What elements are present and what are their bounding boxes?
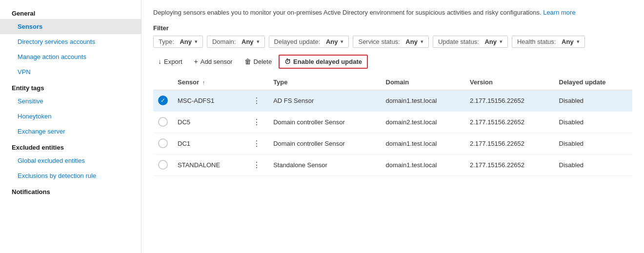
filter-label-domain: Domain: <box>212 38 236 45</box>
table-body: ✓MSC-ADFS1⋮AD FS Sensordomain1.test.loca… <box>153 90 632 175</box>
main-content: Deploying sensors enables you to monitor… <box>141 0 644 253</box>
cell-actions-1: ⋮ <box>245 111 268 133</box>
export-icon: ↓ <box>158 58 161 65</box>
sidebar-item-vpn[interactable]: VPN <box>0 64 141 79</box>
cell-sensor-0: MSC-ADFS1 <box>173 90 245 111</box>
cell-actions-0: ⋮ <box>245 90 268 111</box>
col-delayed-update: Delayed update <box>554 75 632 90</box>
check-empty-3 <box>158 160 168 170</box>
col-type: Type <box>268 75 381 90</box>
row-menu-button-2[interactable]: ⋮ <box>250 138 263 149</box>
col-sensor[interactable]: Sensor ↑ <box>173 75 245 90</box>
check-empty-2 <box>158 138 168 148</box>
filter-value-domain: Any <box>242 38 254 45</box>
filter-value-delayed-update: Any <box>326 38 338 45</box>
sidebar-item-directory-services[interactable]: Directory services accounts <box>0 34 141 49</box>
cell-actions-3: ⋮ <box>245 154 268 175</box>
add-sensor-button[interactable]: + Add sensor <box>189 55 238 68</box>
cell-domain-3: domain1.test.local <box>381 154 465 175</box>
cell-type-3: Standalone Sensor <box>268 154 381 175</box>
cell-version-0: 2.177.15156.22652 <box>465 90 554 111</box>
add-icon: + <box>194 58 198 65</box>
filter-label-service-status: Service status: <box>358 38 400 45</box>
export-button[interactable]: ↓ Export <box>153 55 187 68</box>
cell-type-1: Domain controller Sensor <box>268 111 381 133</box>
col-version: Version <box>465 75 554 90</box>
filter-row: Type: Any▾Domain: Any▾Delayed update: An… <box>153 36 632 48</box>
table-row[interactable]: STANDALONE⋮Standalone Sensordomain1.test… <box>153 154 632 175</box>
cell-delayed-update-2: Disabled <box>554 133 632 154</box>
filter-value-update-status: Any <box>484 38 497 45</box>
filter-update-status[interactable]: Update status: Any▾ <box>433 36 508 48</box>
filter-health-status[interactable]: Health status: Any▾ <box>512 36 585 48</box>
info-text: Deploying sensors enables you to monitor… <box>153 9 542 16</box>
filter-value-type: Any <box>180 38 192 45</box>
sidebar-item-sensitive[interactable]: Sensitive <box>0 94 141 109</box>
sensors-table-container: Sensor ↑ Type Domain Version Delayed upd… <box>153 75 632 176</box>
cell-domain-1: domain2.test.local <box>381 111 465 133</box>
cell-version-2: 2.177.15156.22652 <box>465 133 554 154</box>
row-checkbox-3[interactable] <box>153 154 173 175</box>
filter-domain[interactable]: Domain: Any▾ <box>207 36 265 48</box>
sidebar-section-general: General <box>0 5 141 19</box>
cell-sensor-3: STANDALONE <box>173 154 245 175</box>
cell-sensor-1: DC5 <box>173 111 245 133</box>
toolbar: ↓ Export + Add sensor 🗑 Delete ⏱ Enable … <box>153 55 632 69</box>
filter-type[interactable]: Type: Any▾ <box>153 36 203 48</box>
cell-actions-2: ⋮ <box>245 133 268 154</box>
filter-value-health-status: Any <box>562 38 574 45</box>
learn-more-link[interactable]: Learn more <box>543 9 575 16</box>
filter-service-status[interactable]: Service status: Any▾ <box>353 36 428 48</box>
chevron-health-status-icon: ▾ <box>577 39 580 45</box>
cell-domain-0: domain1.test.local <box>381 90 465 111</box>
sidebar-item-honeytoken[interactable]: Honeytoken <box>0 109 141 124</box>
sidebar-item-exclusions-detection[interactable]: Exclusions by detection rule <box>0 168 141 183</box>
cell-type-2: Domain controller Sensor <box>268 133 381 154</box>
filter-label-type: Type: <box>159 38 174 45</box>
delete-button[interactable]: 🗑 Delete <box>240 55 277 68</box>
sidebar-section-notifications: Notifications <box>0 183 141 197</box>
chevron-update-status-icon: ▾ <box>500 39 503 45</box>
row-menu-button-1[interactable]: ⋮ <box>250 117 263 128</box>
sidebar-section-excluded-entities: Excluded entities <box>0 139 141 153</box>
row-checkbox-1[interactable] <box>153 111 173 133</box>
enable-delayed-update-button[interactable]: ⏱ Enable delayed update <box>279 55 368 69</box>
info-bar: Deploying sensors enables you to monitor… <box>153 8 632 18</box>
sidebar-item-sensors[interactable]: Sensors <box>0 19 141 34</box>
filter-value-service-status: Any <box>405 38 418 45</box>
sidebar-item-manage-action[interactable]: Manage action accounts <box>0 49 141 64</box>
sidebar-item-exchange-server[interactable]: Exchange server <box>0 124 141 139</box>
sort-arrow-sensor: ↑ <box>202 79 205 85</box>
table-row[interactable]: DC5⋮Domain controller Sensordomain2.test… <box>153 111 632 133</box>
table-row[interactable]: ✓MSC-ADFS1⋮AD FS Sensordomain1.test.loca… <box>153 90 632 111</box>
filter-label: Filter <box>153 24 632 32</box>
col-checkbox <box>153 75 173 90</box>
cell-sensor-2: DC1 <box>173 133 245 154</box>
sidebar: GeneralSensorsDirectory services account… <box>0 0 141 253</box>
check-empty-1 <box>158 117 168 127</box>
cell-type-0: AD FS Sensor <box>268 90 381 111</box>
cell-version-3: 2.177.15156.22652 <box>465 154 554 175</box>
row-checkbox-2[interactable] <box>153 133 173 154</box>
col-domain: Domain <box>381 75 465 90</box>
delete-icon: 🗑 <box>244 58 251 65</box>
row-menu-button-3[interactable]: ⋮ <box>250 159 263 171</box>
col-actions <box>245 75 268 90</box>
filter-label-delayed-update: Delayed update: <box>274 38 321 45</box>
sidebar-item-global-excluded[interactable]: Global excluded entities <box>0 153 141 168</box>
chevron-type-icon: ▾ <box>195 39 198 45</box>
sensors-table: Sensor ↑ Type Domain Version Delayed upd… <box>153 75 632 176</box>
cell-delayed-update-3: Disabled <box>554 154 632 175</box>
filter-delayed-update[interactable]: Delayed update: Any▾ <box>269 36 349 48</box>
chevron-delayed-update-icon: ▾ <box>341 39 343 45</box>
cell-delayed-update-1: Disabled <box>554 111 632 133</box>
table-row[interactable]: DC1⋮Domain controller Sensordomain1.test… <box>153 133 632 154</box>
clock-icon: ⏱ <box>284 58 291 65</box>
cell-version-1: 2.177.15156.22652 <box>465 111 554 133</box>
row-checkbox-0[interactable]: ✓ <box>153 90 173 111</box>
row-menu-button-0[interactable]: ⋮ <box>250 95 263 106</box>
cell-domain-2: domain1.test.local <box>381 133 465 154</box>
check-circle-0: ✓ <box>158 96 168 105</box>
cell-delayed-update-0: Disabled <box>554 90 632 111</box>
filter-label-update-status: Update status: <box>438 38 479 45</box>
